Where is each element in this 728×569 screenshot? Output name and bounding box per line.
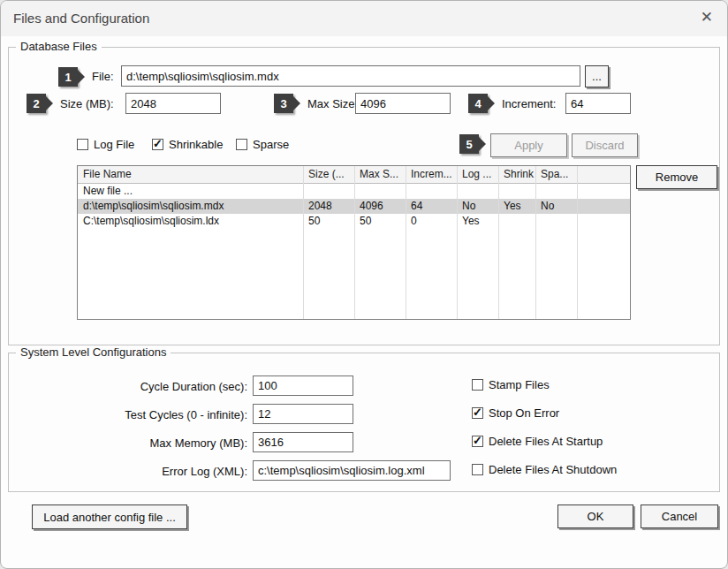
column-header-sparse[interactable]: Spa... (535, 166, 577, 183)
delete-files-shutdown-checkbox-box (472, 464, 483, 475)
load-config-button[interactable]: Load another config file ... (32, 505, 187, 529)
discard-button[interactable]: Discard (572, 133, 638, 157)
files-and-configuration-dialog: Files and Configuration ✕ Database Files… (0, 0, 728, 569)
shrinkable-checkbox[interactable]: Shrinkable (152, 138, 223, 151)
log-file-checkbox-box (77, 139, 88, 150)
column-header-increment[interactable]: Increm... (406, 166, 457, 183)
cell-sparse (535, 184, 577, 199)
cancel-button[interactable]: Cancel (641, 505, 718, 528)
table-column-divider (498, 166, 499, 319)
cell-size: 50 (303, 214, 354, 229)
cell-file-name: C:\temp\sqliosim\sqliosim.ldx (78, 214, 303, 229)
file-input[interactable] (121, 65, 580, 87)
close-icon[interactable]: ✕ (701, 9, 713, 27)
column-header-file-name[interactable]: File Name (78, 166, 303, 183)
dialog-title: Files and Configuration (13, 11, 149, 26)
table-column-divider (577, 166, 578, 319)
column-header-log[interactable]: Log ... (457, 166, 498, 183)
max-memory-input[interactable] (253, 432, 353, 452)
cycle-duration-input[interactable] (253, 376, 353, 396)
test-cycles-label: Test Cycles (0 - infinite): (9, 408, 247, 421)
file-table: File Name Size (... Max S... Increm... L… (77, 165, 631, 320)
increment-input[interactable] (565, 93, 631, 114)
system-config-group: System Level Configurations Cycle Durati… (8, 353, 720, 492)
cell-increment: 64 (406, 199, 457, 214)
database-files-group-label: Database Files (16, 40, 102, 53)
max-size-label: Max Size: (307, 97, 358, 110)
callout-badge-2: 2 (27, 94, 46, 113)
delete-files-shutdown-checkbox[interactable]: Delete Files At Shutdown (472, 463, 617, 476)
cell-file-name: d:\temp\sqliosim\sqliosim.mdx (78, 199, 303, 214)
increment-label: Increment: (502, 97, 556, 110)
delete-files-shutdown-checkbox-label: Delete Files At Shutdown (489, 463, 617, 476)
log-file-checkbox-label: Log File (94, 138, 134, 151)
cell-size: 2048 (303, 199, 354, 214)
table-column-divider (535, 166, 536, 319)
cell-filler (577, 184, 630, 199)
column-header-size[interactable]: Size (... (303, 166, 354, 183)
shrinkable-checkbox-box (152, 139, 163, 150)
column-header-filler (577, 166, 630, 183)
cell-increment: 0 (406, 214, 457, 229)
table-column-divider (303, 166, 304, 319)
cell-filler (577, 199, 630, 214)
title-bar: Files and Configuration ✕ (1, 1, 727, 36)
cell-log: Yes (457, 214, 498, 229)
delete-files-startup-checkbox[interactable]: Delete Files At Startup (472, 435, 603, 448)
cell-size (303, 184, 354, 199)
stop-on-error-checkbox-label: Stop On Error (489, 406, 559, 420)
cell-max-size: 4096 (354, 199, 406, 214)
callout-badge-4: 4 (468, 94, 488, 113)
column-header-shrink[interactable]: Shrink (498, 166, 535, 183)
cell-increment (406, 184, 457, 199)
max-memory-label: Max Memory (MB): (9, 436, 247, 450)
table-column-divider (354, 166, 355, 319)
column-header-max-size[interactable]: Max S... (354, 166, 406, 183)
cycle-duration-label: Cycle Duration (sec): (9, 380, 247, 393)
sparse-checkbox-label: Sparse (253, 138, 289, 151)
delete-files-startup-checkbox-label: Delete Files At Startup (489, 435, 603, 448)
cell-log (457, 184, 498, 199)
stamp-files-checkbox-box (472, 379, 483, 391)
cell-sparse: No (535, 199, 577, 214)
table-column-divider (457, 166, 458, 319)
stop-on-error-checkbox-box (472, 407, 483, 419)
error-log-input[interactable] (253, 460, 451, 481)
callout-badge-5: 5 (459, 134, 479, 154)
delete-files-startup-checkbox-box (472, 436, 483, 447)
callout-badge-3: 3 (274, 94, 293, 113)
ok-button[interactable]: OK (557, 505, 633, 528)
remove-button[interactable]: Remove (636, 165, 717, 189)
max-size-input[interactable] (355, 93, 451, 114)
shrinkable-checkbox-label: Shrinkable (169, 138, 223, 151)
stop-on-error-checkbox[interactable]: Stop On Error (472, 406, 559, 420)
cell-shrink (498, 214, 535, 229)
cell-max-size (354, 184, 406, 199)
file-label: File: (92, 70, 114, 83)
sparse-checkbox[interactable]: Sparse (236, 138, 289, 151)
size-label: Size (MB): (60, 97, 114, 110)
test-cycles-input[interactable] (253, 404, 353, 424)
browse-button[interactable]: ... (585, 65, 609, 87)
database-files-group: Database Files 1 File: ... 2 Size (MB): … (8, 47, 720, 345)
log-file-checkbox[interactable]: Log File (77, 138, 134, 151)
cell-file-name: New file ... (78, 184, 303, 199)
stamp-files-checkbox[interactable]: Stamp Files (472, 378, 550, 391)
cell-shrink: Yes (498, 199, 535, 214)
size-input[interactable] (125, 93, 221, 114)
table-column-divider (406, 166, 406, 319)
system-config-group-label: System Level Configurations (16, 345, 171, 359)
cell-max-size: 50 (354, 214, 406, 229)
sparse-checkbox-box (236, 139, 247, 150)
cell-sparse (535, 214, 577, 229)
cell-log: No (457, 199, 498, 214)
cell-shrink (498, 184, 535, 199)
callout-badge-1: 1 (58, 67, 78, 87)
error-log-label: Error Log (XML): (9, 465, 247, 478)
cell-filler (577, 214, 630, 229)
stamp-files-checkbox-label: Stamp Files (489, 378, 550, 391)
apply-button[interactable]: Apply (490, 133, 567, 157)
